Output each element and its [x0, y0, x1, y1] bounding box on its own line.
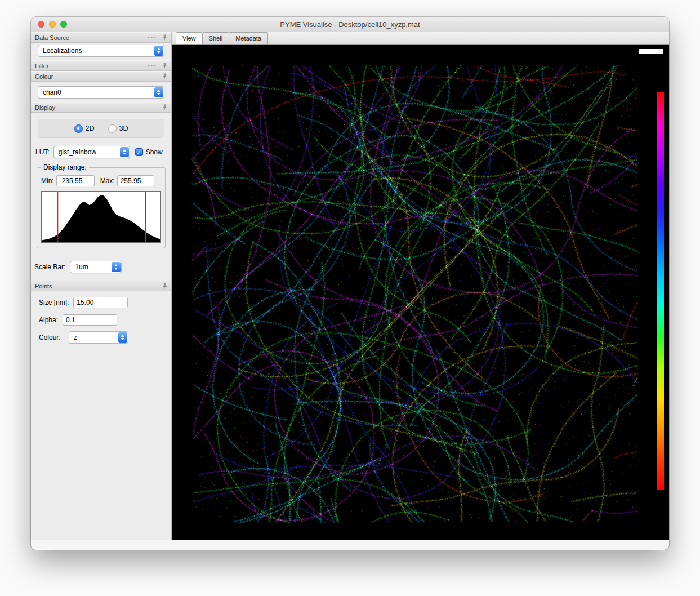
panel-title-data-source: Data Source [35, 34, 148, 41]
radio-2d[interactable]: 2D [74, 124, 95, 133]
dimension-toggle-group: 2D 3D [38, 119, 164, 138]
show-lut-checkbox[interactable]: ✓ [135, 148, 143, 156]
max-input[interactable] [117, 175, 154, 186]
min-input[interactable] [56, 175, 95, 186]
window-title: PYME Visualise - Desktop/cell10_xyzp.mat [31, 17, 669, 32]
overflow-dots-icon[interactable]: ••• [148, 35, 157, 41]
alpha-row: Alpha: [39, 314, 171, 326]
max-label: Max: [100, 177, 115, 185]
show-label: Show [146, 148, 163, 156]
panel-title-points: Points [35, 283, 162, 290]
panel-title-display: Display [35, 104, 162, 111]
tab-bar: View Shell Metadata [172, 32, 669, 45]
panel-header-data-source[interactable]: Data Source ••• [31, 32, 171, 43]
display-range-group: Display range: Min: Max: -236 256 [37, 167, 166, 248]
point-colour-row: Colour: z [39, 331, 171, 344]
app-window: PYME Visualise - Desktop/cell10_xyzp.mat… [31, 17, 669, 550]
tab-view[interactable]: View [176, 32, 203, 44]
radio-3d-control[interactable] [108, 124, 117, 133]
alpha-label: Alpha: [39, 316, 58, 324]
dropdown-stepper-icon [154, 87, 163, 97]
pin-icon[interactable] [162, 104, 167, 111]
tab-metadata-label: Metadata [235, 35, 261, 42]
localization-render-canvas[interactable] [172, 45, 669, 540]
panel-header-colour[interactable]: Colour [31, 71, 171, 82]
sidebar: Data Source ••• Localizations Filter •••… [31, 32, 172, 540]
tab-shell-label: Shell [209, 35, 222, 42]
z-colorbar [657, 92, 664, 490]
point-colour-selected-value: z [74, 333, 77, 341]
scale-bar-select[interactable]: 1um [70, 261, 122, 273]
lut-selected-value: gist_rainbow [59, 148, 96, 156]
pin-icon[interactable] [162, 283, 167, 290]
tab-shell[interactable]: Shell [202, 32, 229, 44]
point-size-row: Size [nm]: [39, 297, 171, 308]
check-icon: ✓ [136, 149, 141, 155]
colour-channel-selected-value: chan0 [43, 88, 61, 96]
data-source-select[interactable]: Localizations [38, 45, 164, 57]
tab-metadata[interactable]: Metadata [229, 32, 268, 44]
lut-row: LUT: gist_rainbow ✓ Show [35, 146, 167, 158]
hist-min-label: -236 [50, 235, 62, 242]
dropdown-stepper-icon [154, 46, 163, 56]
point-colour-label: Colour: [39, 333, 61, 341]
title-bar[interactable]: PYME Visualise - Desktop/cell10_xyzp.mat [31, 17, 669, 32]
panel-title-filter: Filter [35, 63, 148, 69]
window-footer [31, 540, 669, 550]
hist-max-label: 256 [146, 235, 156, 242]
minmax-row: Min: Max: [41, 175, 161, 186]
dropdown-stepper-icon [118, 332, 127, 343]
colour-channel-select[interactable]: chan0 [38, 86, 164, 99]
scale-bar-label: Scale Bar: [34, 263, 65, 271]
scale-bar [639, 49, 663, 54]
scale-bar-row: Scale Bar: 1um [34, 261, 171, 273]
point-size-label: Size [nm]: [39, 299, 69, 306]
radio-3d-label: 3D [119, 124, 128, 132]
radio-2d-control[interactable] [74, 124, 83, 133]
point-colour-select[interactable]: z [69, 331, 128, 344]
pin-icon[interactable] [162, 63, 167, 69]
main-area: View Shell Metadata [172, 32, 669, 540]
scale-bar-selected-value: 1um [75, 263, 88, 271]
panel-header-display[interactable]: Display [31, 102, 171, 113]
alpha-input[interactable] [63, 314, 117, 326]
display-range-label: Display range: [41, 163, 89, 171]
lut-label: LUT: [35, 148, 50, 156]
pin-icon[interactable] [162, 73, 167, 80]
panel-title-colour: Colour [35, 73, 162, 80]
dropdown-stepper-icon [120, 147, 129, 157]
data-source-selected-value: Localizations [43, 47, 82, 55]
dropdown-stepper-icon [112, 262, 121, 272]
tab-view-label: View [182, 35, 196, 42]
radio-3d[interactable]: 3D [108, 124, 128, 133]
overflow-dots-icon[interactable]: ••• [148, 63, 157, 69]
render-viewport[interactable] [172, 45, 669, 540]
panel-header-filter[interactable]: Filter ••• [31, 60, 171, 71]
point-size-input[interactable] [73, 297, 128, 308]
lut-select[interactable]: gist_rainbow [53, 146, 130, 158]
histogram-plot [42, 192, 160, 242]
intensity-histogram[interactable]: -236 256 [41, 191, 161, 243]
radio-2d-label: 2D [86, 124, 95, 132]
min-label: Min: [41, 177, 54, 185]
pin-icon[interactable] [162, 34, 167, 41]
panel-header-points[interactable]: Points [31, 281, 171, 291]
